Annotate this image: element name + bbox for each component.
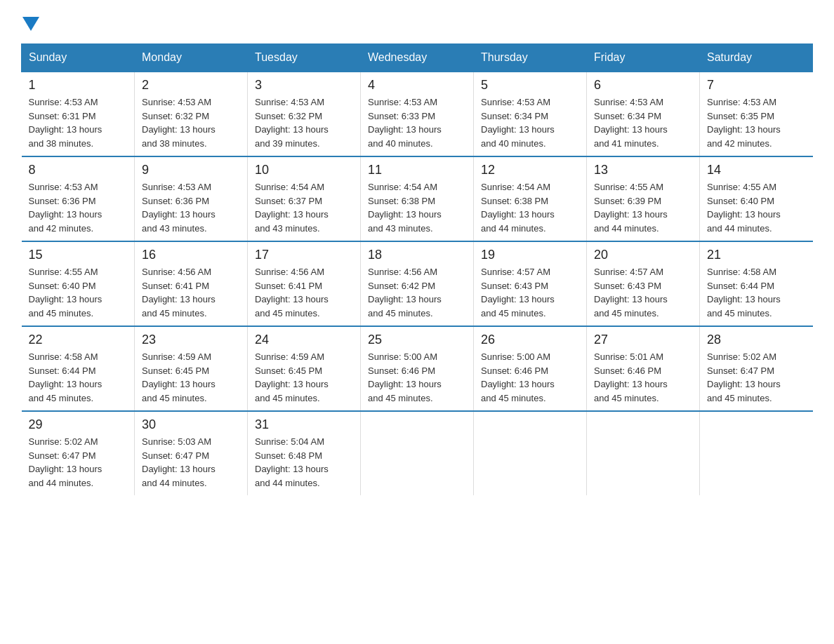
- day-info: Sunrise: 4:55 AMSunset: 6:39 PMDaylight:…: [594, 180, 692, 235]
- day-number: 5: [481, 78, 579, 93]
- day-info: Sunrise: 4:54 AMSunset: 6:38 PMDaylight:…: [481, 180, 579, 235]
- day-info: Sunrise: 5:04 AMSunset: 6:48 PMDaylight:…: [255, 435, 353, 490]
- calendar-cell: 8 Sunrise: 4:53 AMSunset: 6:36 PMDayligh…: [22, 156, 135, 241]
- day-number: 19: [481, 248, 579, 262]
- calendar-cell: 4 Sunrise: 4:53 AMSunset: 6:33 PMDayligh…: [361, 72, 474, 156]
- day-info: Sunrise: 4:54 AMSunset: 6:37 PMDaylight:…: [255, 180, 353, 235]
- calendar-cell: 28 Sunrise: 5:02 AMSunset: 6:47 PMDaylig…: [700, 326, 813, 411]
- day-number: 10: [255, 163, 353, 177]
- day-number: 14: [707, 163, 806, 177]
- day-info: Sunrise: 5:00 AMSunset: 6:46 PMDaylight:…: [481, 350, 579, 405]
- day-number: 21: [707, 248, 806, 262]
- calendar-cell: 30 Sunrise: 5:03 AMSunset: 6:47 PMDaylig…: [135, 411, 248, 495]
- calendar-cell: 13 Sunrise: 4:55 AMSunset: 6:39 PMDaylig…: [587, 156, 700, 241]
- day-info: Sunrise: 5:02 AMSunset: 6:47 PMDaylight:…: [29, 435, 128, 490]
- day-number: 7: [707, 78, 806, 93]
- day-number: 25: [368, 333, 466, 347]
- day-info: Sunrise: 4:53 AMSunset: 6:35 PMDaylight:…: [707, 95, 806, 150]
- day-number: 18: [368, 248, 466, 262]
- day-number: 4: [368, 78, 466, 93]
- logo-triangle-icon: [22, 17, 39, 31]
- day-number: 29: [29, 417, 128, 432]
- calendar-cell: 17 Sunrise: 4:56 AMSunset: 6:41 PMDaylig…: [248, 241, 361, 326]
- day-info: Sunrise: 5:03 AMSunset: 6:47 PMDaylight:…: [142, 435, 240, 490]
- calendar-cell: 11 Sunrise: 4:54 AMSunset: 6:38 PMDaylig…: [361, 156, 474, 241]
- calendar-cell: 27 Sunrise: 5:01 AMSunset: 6:46 PMDaylig…: [587, 326, 700, 411]
- day-number: 11: [368, 163, 466, 177]
- calendar-cell: 9 Sunrise: 4:53 AMSunset: 6:36 PMDayligh…: [135, 156, 248, 241]
- day-number: 17: [255, 248, 353, 262]
- week-row-5: 29 Sunrise: 5:02 AMSunset: 6:47 PMDaylig…: [22, 411, 813, 495]
- day-info: Sunrise: 4:53 AMSunset: 6:34 PMDaylight:…: [481, 95, 579, 150]
- header-wednesday: Wednesday: [361, 44, 474, 72]
- calendar-cell: [700, 411, 813, 495]
- calendar-cell: 1 Sunrise: 4:53 AMSunset: 6:31 PMDayligh…: [22, 72, 135, 156]
- calendar-cell: 15 Sunrise: 4:55 AMSunset: 6:40 PMDaylig…: [22, 241, 135, 326]
- calendar-table: SundayMondayTuesdayWednesdayThursdayFrid…: [21, 43, 813, 495]
- calendar-cell: 16 Sunrise: 4:56 AMSunset: 6:41 PMDaylig…: [135, 241, 248, 326]
- week-row-3: 15 Sunrise: 4:55 AMSunset: 6:40 PMDaylig…: [22, 241, 813, 326]
- calendar-cell: 12 Sunrise: 4:54 AMSunset: 6:38 PMDaylig…: [474, 156, 587, 241]
- header-sunday: Sunday: [22, 44, 135, 72]
- day-number: 27: [594, 333, 692, 347]
- day-info: Sunrise: 4:53 AMSunset: 6:34 PMDaylight:…: [594, 95, 692, 150]
- calendar-cell: 26 Sunrise: 5:00 AMSunset: 6:46 PMDaylig…: [474, 326, 587, 411]
- day-info: Sunrise: 4:53 AMSunset: 6:36 PMDaylight:…: [142, 180, 240, 235]
- calendar-cell: 3 Sunrise: 4:53 AMSunset: 6:32 PMDayligh…: [248, 72, 361, 156]
- day-number: 9: [142, 163, 240, 177]
- header-monday: Monday: [135, 44, 248, 72]
- day-info: Sunrise: 4:58 AMSunset: 6:44 PMDaylight:…: [29, 350, 128, 405]
- calendar-cell: 14 Sunrise: 4:55 AMSunset: 6:40 PMDaylig…: [700, 156, 813, 241]
- page-header: [21, 14, 813, 31]
- calendar-cell: 25 Sunrise: 5:00 AMSunset: 6:46 PMDaylig…: [361, 326, 474, 411]
- day-number: 8: [29, 163, 128, 177]
- day-number: 15: [29, 248, 128, 262]
- day-info: Sunrise: 4:58 AMSunset: 6:44 PMDaylight:…: [707, 265, 806, 320]
- day-number: 20: [594, 248, 692, 262]
- day-info: Sunrise: 4:57 AMSunset: 6:43 PMDaylight:…: [481, 265, 579, 320]
- day-number: 2: [142, 78, 240, 93]
- day-number: 13: [594, 163, 692, 177]
- calendar-cell: 31 Sunrise: 5:04 AMSunset: 6:48 PMDaylig…: [248, 411, 361, 495]
- day-info: Sunrise: 4:55 AMSunset: 6:40 PMDaylight:…: [29, 265, 128, 320]
- day-info: Sunrise: 4:53 AMSunset: 6:33 PMDaylight:…: [368, 95, 466, 150]
- calendar-cell: 29 Sunrise: 5:02 AMSunset: 6:47 PMDaylig…: [22, 411, 135, 495]
- header-tuesday: Tuesday: [248, 44, 361, 72]
- day-number: 28: [707, 333, 806, 347]
- calendar-cell: 18 Sunrise: 4:56 AMSunset: 6:42 PMDaylig…: [361, 241, 474, 326]
- day-number: 6: [594, 78, 692, 93]
- calendar-cell: 20 Sunrise: 4:57 AMSunset: 6:43 PMDaylig…: [587, 241, 700, 326]
- day-info: Sunrise: 4:54 AMSunset: 6:38 PMDaylight:…: [368, 180, 466, 235]
- calendar-cell: 22 Sunrise: 4:58 AMSunset: 6:44 PMDaylig…: [22, 326, 135, 411]
- day-number: 1: [29, 78, 128, 93]
- calendar-cell: [474, 411, 587, 495]
- day-number: 22: [29, 333, 128, 347]
- calendar-cell: 10 Sunrise: 4:54 AMSunset: 6:37 PMDaylig…: [248, 156, 361, 241]
- header-saturday: Saturday: [700, 44, 813, 72]
- week-row-2: 8 Sunrise: 4:53 AMSunset: 6:36 PMDayligh…: [22, 156, 813, 241]
- day-info: Sunrise: 4:53 AMSunset: 6:36 PMDaylight:…: [29, 180, 128, 235]
- day-info: Sunrise: 4:53 AMSunset: 6:32 PMDaylight:…: [142, 95, 240, 150]
- day-info: Sunrise: 5:01 AMSunset: 6:46 PMDaylight:…: [594, 350, 692, 405]
- calendar-cell: 21 Sunrise: 4:58 AMSunset: 6:44 PMDaylig…: [700, 241, 813, 326]
- day-info: Sunrise: 4:53 AMSunset: 6:32 PMDaylight:…: [255, 95, 353, 150]
- calendar-header-row: SundayMondayTuesdayWednesdayThursdayFrid…: [22, 44, 813, 72]
- day-number: 24: [255, 333, 353, 347]
- day-number: 31: [255, 417, 353, 432]
- day-info: Sunrise: 4:56 AMSunset: 6:41 PMDaylight:…: [255, 265, 353, 320]
- header-friday: Friday: [587, 44, 700, 72]
- day-info: Sunrise: 5:00 AMSunset: 6:46 PMDaylight:…: [368, 350, 466, 405]
- day-number: 12: [481, 163, 579, 177]
- calendar-cell: 24 Sunrise: 4:59 AMSunset: 6:45 PMDaylig…: [248, 326, 361, 411]
- calendar-cell: 23 Sunrise: 4:59 AMSunset: 6:45 PMDaylig…: [135, 326, 248, 411]
- calendar-cell: 5 Sunrise: 4:53 AMSunset: 6:34 PMDayligh…: [474, 72, 587, 156]
- week-row-4: 22 Sunrise: 4:58 AMSunset: 6:44 PMDaylig…: [22, 326, 813, 411]
- day-info: Sunrise: 4:59 AMSunset: 6:45 PMDaylight:…: [255, 350, 353, 405]
- day-info: Sunrise: 5:02 AMSunset: 6:47 PMDaylight:…: [707, 350, 806, 405]
- day-number: 23: [142, 333, 240, 347]
- week-row-1: 1 Sunrise: 4:53 AMSunset: 6:31 PMDayligh…: [22, 72, 813, 156]
- logo: [21, 14, 39, 31]
- calendar-cell: 2 Sunrise: 4:53 AMSunset: 6:32 PMDayligh…: [135, 72, 248, 156]
- calendar-cell: 19 Sunrise: 4:57 AMSunset: 6:43 PMDaylig…: [474, 241, 587, 326]
- calendar-cell: [587, 411, 700, 495]
